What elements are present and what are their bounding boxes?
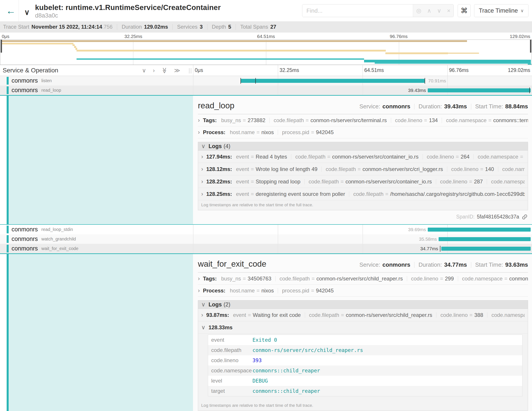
equals-sign: = — [312, 275, 314, 282]
clear-search-icon[interactable]: × — [447, 7, 450, 14]
next-match-icon[interactable]: ∨ — [437, 7, 441, 14]
service-name: conmonrs — [11, 87, 38, 94]
find-input[interactable] — [302, 4, 413, 17]
span-marker — [440, 246, 440, 252]
kv-value: Waiting for exit code — [253, 312, 301, 318]
collapse-all-icon[interactable]: ≫ — [161, 67, 168, 73]
log-field-row: levelDEBUG — [208, 376, 522, 386]
viewport-right-handle[interactable] — [530, 40, 531, 53]
kv-key: process.pid — [282, 129, 309, 135]
service-accent — [7, 245, 9, 253]
span-duration: 39.43ms — [408, 88, 426, 93]
divider — [407, 276, 407, 281]
expand-one-icon[interactable]: › — [153, 67, 155, 74]
minimap-canvas[interactable] — [0, 39, 532, 65]
kv-key: code.filepath — [274, 117, 304, 123]
log-timestamp: 128.33ms — [209, 324, 232, 331]
span-detail-wait-for-exit-code: wait_for_exit_code Service:conmonrs Dura… — [0, 254, 532, 411]
service-accent — [7, 235, 9, 243]
meta-label: Service: — [359, 261, 380, 268]
process-accordion[interactable]: › Process: host.name=nixosprocess.pid=94… — [198, 285, 528, 297]
span-row-read-loop[interactable]: conmonrs read_loop 39.43ms — [0, 86, 532, 96]
span-bar[interactable] — [240, 79, 425, 83]
log-entry[interactable]: ›93.87ms:event=Waiting for exit codecode… — [198, 309, 528, 321]
log-entry[interactable]: ›128.22ms:event=Stopping read loopcode.f… — [198, 176, 528, 188]
tags-accordion[interactable]: › Tags: busy_ns=34506763code.filepath=co… — [198, 273, 528, 285]
equals-sign: = — [327, 154, 330, 160]
span-id-value: 5faf48165428c37a — [477, 214, 519, 220]
log-field-value: 393 — [252, 357, 262, 363]
kv-value: nixos — [261, 288, 274, 294]
kv-value: nixos — [261, 129, 274, 135]
expand-all-icon[interactable]: ≫ — [174, 67, 180, 74]
span-bar[interactable] — [441, 247, 531, 251]
kv-key: code.filepath — [295, 154, 325, 160]
log-field-value: conmonrs::child_reaper — [252, 368, 320, 373]
kv-pair: event=Read 4 bytes — [236, 154, 287, 160]
kv-pair: code.lineno=264 — [427, 154, 470, 160]
summary-value: November 15 2022, 11:24:14.756 — [31, 24, 113, 30]
kv-key: event — [233, 312, 246, 318]
service-name: conmonrs — [11, 235, 38, 243]
logs-accordion[interactable]: ∨ Logs (4) — [198, 142, 528, 151]
kv-value: deregistering event source from poller — [256, 191, 345, 197]
minimap-span — [385, 52, 448, 54]
span-bar[interactable] — [439, 237, 531, 241]
span-row-watch-grandchild[interactable]: conmonrs watch_grandchild 35.58ms — [0, 234, 532, 244]
collapse-one-icon[interactable]: ∨ — [142, 67, 146, 74]
log-field-value: conmon-rs/server/src/child_reaper.rs — [252, 347, 363, 353]
kv-key: busy_ns — [221, 117, 241, 123]
span-bar[interactable] — [428, 88, 531, 92]
log-entry[interactable]: ›127.94ms:event=Read 4 bytescode.filepat… — [198, 151, 528, 163]
chevron-right-icon: › — [198, 287, 200, 294]
logs-footnote: Log timestamps are relative to the start… — [198, 200, 528, 210]
minimap-ruler: 0μs 32.25ms 64.51ms 96.76ms 129.02ms — [0, 32, 532, 39]
kv-pair: code.filepath=conmon-rs/server/src/cri_l… — [326, 166, 443, 172]
meta-value: 34.77ms — [444, 261, 467, 268]
divider — [322, 166, 322, 172]
back-button[interactable]: ← — [3, 0, 19, 21]
kv-value: /home/sascha/.cargo/registry/src/github.… — [390, 191, 525, 197]
kv-value: conmon-rs/server/src/terminal.rs — [311, 117, 387, 123]
summary-value: 5 — [228, 24, 231, 30]
log-entry[interactable]: ›128.25ms:event=deregistering event sour… — [198, 188, 528, 200]
minimap-span — [375, 62, 531, 64]
span-bar[interactable] — [428, 228, 531, 232]
prev-match-icon[interactable]: ∧ — [427, 7, 431, 14]
tags-accordion[interactable]: › Tags: busy_ns=273882code.filepath=conm… — [198, 114, 528, 126]
kv-value: Wrote log line of length 49 — [256, 166, 317, 172]
process-accordion[interactable]: › Process: host.name=nixosprocess.pid=94… — [198, 126, 528, 138]
log-entry[interactable]: ∨128.33ms — [198, 321, 528, 334]
meta-label: Start Time: — [475, 103, 503, 110]
kv-pair: code.lineno=299 — [411, 275, 454, 282]
span-row-read-loop-stdin[interactable]: conmonrs read_loop_stdin 39.69ms — [0, 225, 532, 234]
column-resizer[interactable] — [189, 68, 191, 73]
log-fields: event=Stopping read loopcode.filepath=co… — [236, 178, 525, 185]
kv-key: event — [236, 178, 249, 185]
view-selector-button[interactable]: Trace Timeline ∨ — [474, 4, 528, 17]
keyboard-shortcuts-button[interactable]: ⌘ — [458, 4, 471, 17]
link-icon[interactable] — [522, 214, 528, 220]
kv-pair: code.filepath=conmon-rs/server/src/conta… — [309, 178, 432, 185]
timeline-tick: 0μs — [195, 67, 203, 73]
log-entry[interactable]: ›128.12ms:event=Wrote log line of length… — [198, 163, 528, 176]
log-fields: event=Read 4 bytescode.filepath=conmon-r… — [236, 154, 525, 160]
kv-pair: code.filepath=/home/sascha/.cargo/regist… — [353, 191, 525, 197]
kv-key: code.lineno — [427, 154, 454, 160]
viewport-left-handle[interactable] — [1, 40, 2, 53]
timeline-table-header: Service & Operation ∨ › ≫ ≫ 0μs 32.25ms … — [0, 65, 532, 76]
logs-accordion[interactable]: ∨ Logs (2) — [198, 300, 528, 309]
log-field-row: code.filepathconmon-rs/server/src/child_… — [208, 345, 522, 355]
kv-value: conmon-rs/server/src/child_reaper.rs — [346, 312, 432, 318]
minimap-span — [76, 50, 386, 51]
summary-label: Services — [177, 24, 198, 30]
span-row-wait-for-exit-code[interactable]: conmonrs wait_for_exit_code 34.77ms — [0, 244, 532, 254]
divider — [423, 154, 423, 159]
span-detail-meta: Service:conmonrs Duration:39.43ms Start … — [359, 103, 528, 110]
span-row-listen[interactable]: conmonrs listen 70.91ms — [0, 76, 532, 86]
trace-title-collapse-button[interactable]: ∨ — [19, 5, 32, 17]
minimap-span — [73, 44, 75, 46]
log-timestamp: 128.12ms: — [206, 166, 232, 172]
kv-key: event — [236, 191, 249, 197]
locate-icon[interactable]: ◎ — [416, 7, 421, 14]
